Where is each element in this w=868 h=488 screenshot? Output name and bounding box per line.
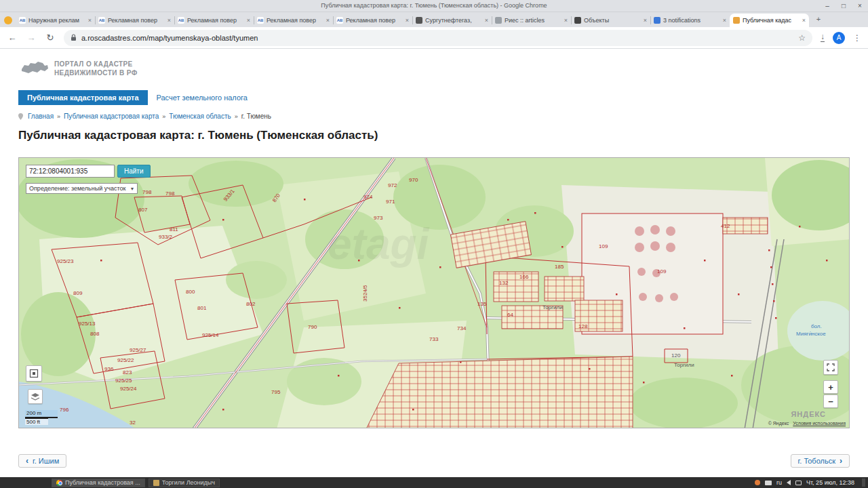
yandex-logo[interactable]: ЯНДЕКС: [791, 410, 826, 418]
zoom-out-button[interactable]: −: [823, 394, 838, 408]
tab-public-cadastral-map[interactable]: Публичная кадастровая карта: [18, 90, 148, 105]
breadcrumb-link[interactable]: Главная: [28, 113, 54, 120]
tab-close-icon[interactable]: ×: [88, 17, 92, 24]
taskbar-window-button[interactable]: Торгили Леонидыч: [149, 479, 220, 487]
tab-label: Сургутнефтегаз,: [425, 17, 482, 24]
map-attribution: © Яндекс: [768, 421, 789, 426]
forward-icon[interactable]: →: [26, 33, 37, 43]
tab-close-icon[interactable]: ×: [723, 17, 726, 24]
tab-close-icon[interactable]: ×: [802, 17, 806, 24]
tab-close-icon[interactable]: ×: [247, 17, 250, 24]
browser-tab[interactable]: ABНаружная реклам×: [16, 14, 95, 27]
language-indicator[interactable]: ru: [776, 479, 782, 486]
back-icon[interactable]: ←: [7, 33, 18, 43]
tab-favicon: AB: [336, 17, 343, 24]
system-tray: ru Чт, 25 июл, 12:38: [755, 479, 865, 487]
maximize-button[interactable]: □: [840, 3, 848, 9]
tab-close-icon[interactable]: ×: [564, 17, 568, 24]
browser-menu-icon[interactable]: ⋮: [853, 33, 861, 43]
show-desktop-button[interactable]: [862, 479, 865, 487]
tab-label: Рекламная повер: [346, 17, 403, 24]
layers-button[interactable]: [28, 389, 43, 404]
site-logo[interactable]: ПОРТАЛ О КАДАСТРЕ НЕДВИЖИМОСТИ В РФ: [20, 60, 138, 77]
taskbar: Публичная кадастровая ...Торгили Леониды…: [0, 477, 868, 488]
new-tab-button[interactable]: +: [813, 14, 824, 25]
download-icon[interactable]: ↓: [821, 33, 825, 42]
map-canvas[interactable]: [19, 158, 850, 428]
close-button[interactable]: ×: [856, 3, 864, 9]
definition-select[interactable]: Определение: земельный участок ▼: [26, 183, 138, 194]
chrome-icon: [56, 480, 62, 486]
browser-navbar: ← → ↻ a.roscadastres.com/map/tyumenskaya…: [0, 27, 868, 49]
volume-icon[interactable]: [787, 480, 791, 485]
browser-tab[interactable]: ABРекламная повер×: [254, 14, 333, 27]
window-title: Публичная кадастровая карта: г. Тюмень (…: [0, 0, 868, 12]
tab-favicon: [416, 17, 422, 24]
keyboard-icon[interactable]: [765, 481, 772, 485]
tab-label: Объекты: [584, 17, 641, 24]
russia-map-icon: [20, 60, 49, 77]
window-titlebar: Публичная кадастровая карта: г. Тюмень (…: [0, 0, 868, 12]
browser-tab[interactable]: ABРекламная повер×: [333, 14, 412, 27]
fullscreen-button[interactable]: [823, 360, 838, 375]
zoom-in-button[interactable]: +: [823, 380, 838, 394]
taskbar-windows: Публичная кадастровая ...Торгили Леониды…: [52, 479, 220, 487]
tab-close-icon[interactable]: ×: [167, 17, 171, 24]
browser-tab[interactable]: Риес :: articles×: [492, 14, 571, 27]
site-logo-text: ПОРТАЛ О КАДАСТРЕ НЕДВИЖИМОСТИ В РФ: [54, 60, 138, 77]
tab-close-icon[interactable]: ×: [326, 17, 330, 24]
map-type-button[interactable]: [26, 365, 42, 382]
tab-favicon: [574, 17, 581, 24]
browser-badge-icon: [4, 16, 12, 24]
layers-icon: [31, 392, 40, 401]
tab-close-icon[interactable]: ×: [406, 17, 409, 24]
tab-favicon: AB: [19, 17, 26, 24]
browser-tab[interactable]: ABРекламная повер×: [174, 14, 254, 27]
browser-tabs: ABНаружная реклам×ABРекламная повер×ABРе…: [16, 12, 809, 27]
tab-label: Рекламная повер: [108, 17, 165, 24]
minimize-button[interactable]: –: [823, 3, 831, 9]
taskbar-clock[interactable]: Чт, 25 июл, 12:38: [806, 479, 854, 486]
taskbar-window-button[interactable]: Публичная кадастровая ...: [52, 479, 145, 487]
browser-tab[interactable]: Публичная кадас×: [730, 14, 809, 27]
find-button[interactable]: Найти: [117, 165, 151, 178]
breadcrumb-link[interactable]: Тюменская область: [169, 113, 231, 120]
prev-city-button[interactable]: ‹ г. Ишим: [18, 454, 66, 468]
page-content: ПОРТАЛ О КАДАСТРЕ НЕДВИЖИМОСТИ В РФ Публ…: [0, 49, 868, 477]
tab-favicon: AB: [178, 17, 184, 24]
map-container: etagi 798798933/1870807811933/2925/23809…: [18, 157, 850, 428]
terms-link[interactable]: Условия использования: [793, 421, 846, 426]
reload-icon[interactable]: ↻: [45, 33, 56, 43]
network-icon[interactable]: [795, 481, 802, 485]
chevron-left-icon: ‹: [26, 458, 28, 464]
browser-tab[interactable]: ABРекламная повер×: [95, 14, 174, 27]
browser-tab[interactable]: Объекты×: [571, 14, 650, 27]
breadcrumb-link[interactable]: Публичная кадастровая карта: [64, 113, 159, 120]
taskbar-window-label: Публичная кадастровая ...: [65, 479, 140, 486]
tab-favicon: AB: [98, 17, 105, 24]
bookmark-star-icon[interactable]: ☆: [798, 33, 806, 43]
pin-icon: [18, 113, 23, 120]
url-text: a.roscadastres.com/map/tyumenskaya-oblas…: [81, 34, 793, 42]
breadcrumb-items: Главная»Публичная кадастровая карта»Тюме…: [28, 113, 271, 120]
breadcrumb-current: г. Тюмень: [241, 113, 271, 120]
map-scale: 200 m 500 ft: [25, 410, 58, 425]
taskbar-window-label: Торгили Леонидыч: [162, 479, 215, 486]
tray-app-icon[interactable]: [755, 480, 760, 485]
tab-label: Публичная кадас: [743, 17, 800, 24]
next-city-button[interactable]: г. Тобольск ›: [791, 454, 850, 468]
breadcrumb-separator: »: [57, 113, 60, 120]
tab-close-icon[interactable]: ×: [485, 17, 488, 24]
tab-favicon: AB: [257, 17, 264, 24]
tab-close-icon[interactable]: ×: [644, 17, 647, 24]
lock-icon: [71, 32, 77, 44]
cadastre-search-input[interactable]: [26, 165, 115, 178]
browser-tab[interactable]: 3 notifications×: [650, 14, 730, 27]
tab-land-tax-calc[interactable]: Расчет земельного налога: [148, 90, 256, 105]
tab-label: Рекламная повер: [187, 17, 244, 24]
scale-metric: 200 m: [25, 410, 58, 418]
profile-avatar[interactable]: A: [833, 32, 845, 44]
browser-tab[interactable]: Сургутнефтегаз,×: [412, 14, 492, 27]
url-bar[interactable]: a.roscadastres.com/map/tyumenskaya-oblas…: [64, 30, 812, 46]
tab-favicon: [495, 17, 502, 24]
